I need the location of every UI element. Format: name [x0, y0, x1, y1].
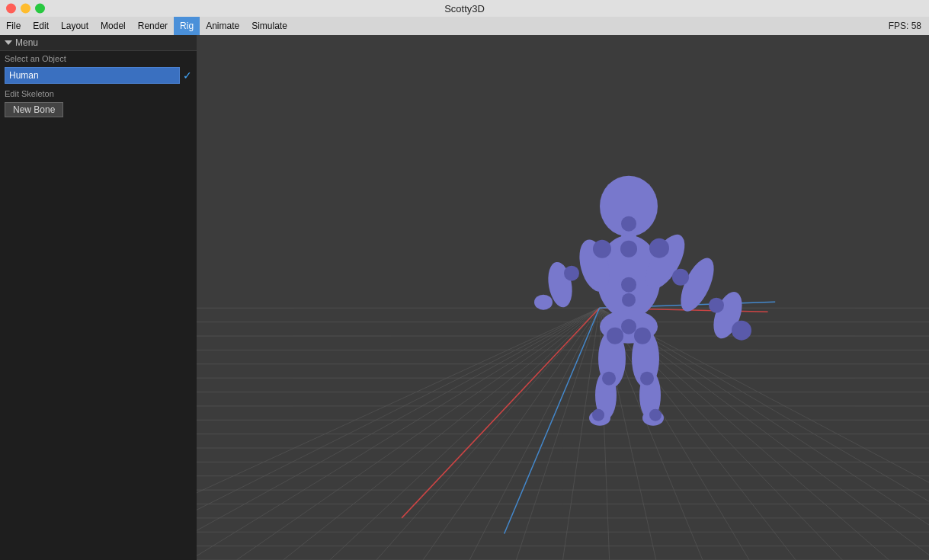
svg-point-4	[620, 240, 637, 257]
object-select-row: Human ✓	[0, 65, 197, 86]
collapse-icon	[5, 40, 12, 45]
svg-point-15	[672, 268, 689, 285]
human-figure	[476, 166, 766, 458]
svg-point-20	[621, 318, 636, 334]
svg-point-10	[564, 265, 579, 280]
svg-point-30	[640, 371, 654, 385]
main-layout: Menu Select an Object Human ✓ Edit Skele…	[0, 35, 929, 560]
menu-model[interactable]: Model	[95, 17, 132, 35]
close-button[interactable]	[6, 4, 16, 14]
app-title: Scotty3D	[444, 3, 485, 14]
menu-rig[interactable]: Rig	[174, 17, 200, 35]
menu-edit[interactable]: Edit	[27, 17, 55, 35]
minimize-button[interactable]	[21, 4, 30, 14]
menu-layout[interactable]: Layout	[55, 17, 95, 35]
object-select-dropdown[interactable]: Human	[5, 67, 180, 84]
svg-point-5	[621, 277, 636, 292]
menu-label: Menu	[15, 37, 38, 48]
svg-point-28	[634, 327, 651, 344]
svg-point-24	[602, 371, 616, 385]
menu-animate[interactable]: Animate	[200, 17, 245, 35]
left-panel: Menu Select an Object Human ✓ Edit Skele…	[0, 35, 197, 560]
fps-counter: FPS: 58	[889, 21, 929, 31]
svg-point-13	[649, 238, 669, 258]
menu-header: Menu	[0, 35, 197, 51]
svg-point-17	[709, 297, 724, 312]
menubar: File Edit Layout Model Render Rig Animat…	[0, 17, 929, 35]
menu-render[interactable]: Render	[132, 17, 174, 35]
viewport[interactable]	[197, 35, 929, 560]
svg-point-26	[592, 408, 604, 421]
menu-file[interactable]: File	[0, 17, 27, 35]
maximize-button[interactable]	[35, 4, 45, 14]
svg-point-22	[607, 327, 623, 344]
svg-point-11	[534, 294, 553, 309]
svg-point-8	[593, 239, 611, 258]
confirm-icon: ✓	[183, 69, 192, 82]
svg-point-18	[732, 320, 751, 340]
svg-point-6	[622, 293, 636, 306]
edit-skeleton-label: Edit Skeleton	[0, 86, 197, 100]
new-bone-button[interactable]: New Bone	[5, 102, 63, 117]
select-object-label: Select an Object	[0, 51, 197, 65]
titlebar: Scotty3D	[0, 0, 929, 17]
svg-point-1	[621, 216, 636, 231]
window-controls[interactable]	[6, 4, 45, 14]
svg-point-32	[649, 408, 662, 421]
menu-simulate[interactable]: Simulate	[245, 17, 293, 35]
